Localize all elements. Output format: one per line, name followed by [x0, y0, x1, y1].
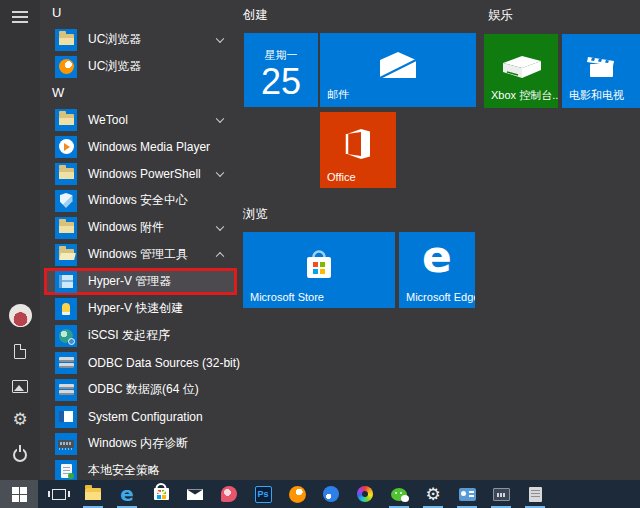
clapperboard-icon — [585, 51, 617, 81]
contact-card-icon — [459, 488, 476, 501]
app-row-iscsi[interactable]: iSCSI 发起程序 — [44, 322, 237, 349]
calendar-tile[interactable]: 星期一 25 — [244, 33, 318, 107]
store-icon — [154, 488, 169, 500]
app-icon-backplate — [55, 271, 77, 293]
expand-menu-button[interactable] — [0, 2, 40, 32]
app-icon-backplate — [55, 29, 77, 51]
color-wheel-icon — [357, 486, 373, 502]
app-icon-backplate — [55, 244, 77, 266]
app-label: Windows PowerShell — [88, 167, 201, 181]
app-label: ODBC Data Sources (32-bit) — [88, 356, 240, 370]
start-menu-rail: ⚙ — [0, 0, 40, 480]
chevron-down-icon[interactable] — [216, 168, 224, 176]
app-icon-backplate — [55, 109, 77, 131]
app-label: Hyper-V 管理器 — [88, 273, 171, 290]
hamburger-menu-icon — [12, 11, 28, 23]
wechat-button[interactable] — [386, 480, 412, 508]
foxmail-icon — [221, 486, 237, 502]
microsoft-store-tile[interactable]: Microsoft Store — [243, 232, 395, 308]
settings-gear-icon: ⚙ — [425, 486, 440, 503]
xbox-console-icon — [498, 53, 544, 79]
chevron-down-icon[interactable] — [216, 222, 224, 230]
thunder-button[interactable] — [318, 480, 344, 508]
color-wheel-button[interactable] — [352, 480, 378, 508]
file-explorer-button[interactable] — [80, 480, 106, 508]
uc-browser-button[interactable] — [284, 480, 310, 508]
pictures-button[interactable] — [0, 371, 40, 401]
folder-open-icon — [59, 249, 74, 260]
app-row-odbc-64[interactable]: ODBC 数据源(64 位) — [44, 376, 237, 403]
chevron-down-icon[interactable] — [216, 34, 224, 42]
documents-icon — [14, 344, 26, 359]
pictures-icon — [12, 380, 28, 393]
drive-stack-icon — [59, 357, 74, 368]
app-row-accessories[interactable]: Windows 附件 — [44, 214, 237, 241]
monitor-tool-button[interactable] — [488, 480, 514, 508]
settings-button[interactable]: ⚙ — [0, 404, 40, 434]
mail-button[interactable] — [182, 480, 208, 508]
app-label: UC浏览器 — [88, 58, 141, 75]
app-icon-backplate — [55, 379, 77, 401]
system-window-icon — [59, 411, 73, 422]
app-label: Windows 附件 — [88, 219, 164, 236]
folder-icon — [59, 222, 74, 233]
mail-icon — [187, 489, 203, 500]
chevron-down-icon[interactable] — [216, 114, 224, 122]
app-row-admin-tools[interactable]: Windows 管理工具 — [44, 241, 237, 268]
letter-header-w[interactable]: W — [40, 80, 237, 106]
mail-tile[interactable]: 邮件 — [320, 33, 476, 107]
app-row-wetool[interactable]: WeTool — [44, 106, 237, 133]
edge-logo-icon: e — [422, 235, 452, 279]
contact-card-button[interactable] — [454, 480, 480, 508]
task-view-button[interactable] — [46, 480, 72, 508]
app-label: Windows 内存诊断 — [88, 435, 188, 452]
task-view-icon — [52, 489, 66, 500]
monitor-tool-icon — [493, 488, 510, 501]
app-row-security-center[interactable]: Windows 安全中心 — [44, 187, 237, 214]
taskbar-settings-button[interactable]: ⚙ — [420, 480, 446, 508]
letter-header-u[interactable]: U — [40, 0, 237, 26]
xbox-tile[interactable]: Xbox 控制台... — [484, 34, 558, 108]
folder-icon — [59, 34, 74, 45]
office-tile[interactable]: Office — [320, 112, 396, 188]
app-row-media-player[interactable]: Windows Media Player — [44, 133, 237, 160]
app-icon-backplate — [55, 460, 77, 482]
documents-button[interactable] — [0, 336, 40, 366]
app-row-powershell[interactable]: Windows PowerShell — [44, 160, 237, 187]
power-icon — [13, 448, 27, 462]
chevron-up-icon[interactable] — [216, 251, 224, 259]
app-row-system-configuration[interactable]: System Configuration — [44, 403, 237, 430]
start-button[interactable] — [0, 480, 38, 508]
app-row-hyperv-manager[interactable]: Hyper-V 管理器 — [44, 268, 237, 295]
all-apps-list: U UC浏览器 UC浏览器 W WeTool Windows Media Pla… — [40, 0, 237, 480]
edge-icon: e — [120, 484, 134, 504]
microsoft-edge-tile[interactable]: e Microsoft Edge — [399, 232, 475, 308]
tiles-pane: 创建 娱乐 浏览 星期一 25 邮件 — [240, 0, 640, 480]
power-button[interactable] — [0, 440, 40, 470]
app-label: System Configuration — [88, 410, 203, 424]
app-row-memory-diagnostic[interactable]: Windows 内存诊断 — [44, 430, 237, 457]
uc-browser-icon — [289, 486, 306, 503]
store-button[interactable] — [148, 480, 174, 508]
foxmail-button[interactable] — [216, 480, 242, 508]
app-row-hyperv-quick-create[interactable]: Hyper-V 快速创建 — [44, 295, 237, 322]
thunder-icon — [323, 486, 339, 502]
app-icon-backplate — [55, 163, 77, 185]
globe-magnifier-icon — [59, 329, 73, 343]
edge-button[interactable]: e — [114, 480, 140, 508]
security-policy-icon — [61, 464, 72, 478]
folder-icon — [59, 114, 74, 125]
photoshop-button[interactable]: Ps — [250, 480, 276, 508]
app-label: ODBC 数据源(64 位) — [88, 381, 199, 398]
movies-tv-tile[interactable]: 电影和电视 — [562, 34, 640, 108]
app-label: Hyper-V 快速创建 — [88, 300, 183, 317]
document-book-button[interactable] — [522, 480, 548, 508]
app-row-odbc-32[interactable]: ODBC Data Sources (32-bit) — [44, 349, 237, 376]
start-menu-screen: ⚙ U UC浏览器 UC浏览器 W WeTool Windows Media P… — [0, 0, 640, 508]
user-account-button[interactable] — [0, 300, 40, 330]
app-label: UC浏览器 — [88, 31, 141, 48]
app-row-uc-browser-folder[interactable]: UC浏览器 — [44, 26, 237, 53]
app-label: WeTool — [88, 113, 128, 127]
media-player-icon — [59, 139, 74, 154]
app-row-uc-browser[interactable]: UC浏览器 — [44, 53, 237, 80]
